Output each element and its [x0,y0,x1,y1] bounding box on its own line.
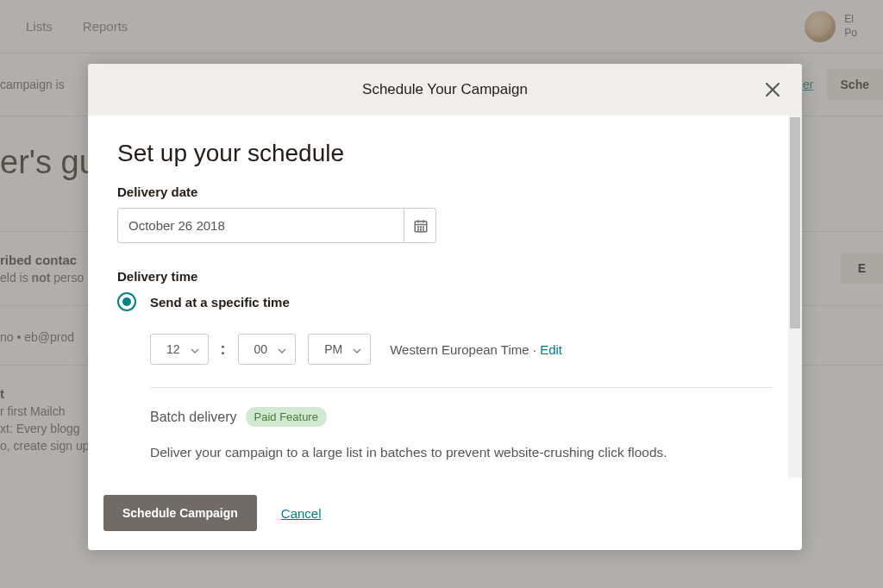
calendar-icon[interactable] [404,208,436,243]
delivery-date-label: Delivery date [117,185,773,199]
minute-select[interactable]: 00 [238,334,297,365]
svg-point-9 [417,229,418,230]
chevron-down-icon [353,342,361,356]
paid-feature-badge: Paid Feature [246,407,327,427]
hour-select[interactable]: 12 [150,334,209,365]
cancel-link[interactable]: Cancel [281,506,322,521]
modal-body: Set up your schedule Delivery date [88,116,802,478]
modal-footer: Schedule Campaign Cancel [88,478,802,550]
batch-delivery-label: Batch delivery [150,410,237,425]
specific-time-radio[interactable] [117,292,136,311]
scrollbar-thumb[interactable] [790,117,800,328]
svg-point-7 [420,227,421,228]
edit-timezone-link[interactable]: Edit [540,342,562,357]
specific-time-label: Send at a specific time [150,295,290,310]
svg-point-10 [420,229,421,230]
modal-scrollbar[interactable] [788,116,802,478]
svg-point-6 [417,227,418,228]
batch-delivery-description: Deliver your campaign to a large list in… [150,442,773,462]
divider [150,387,773,388]
modal-heading: Set up your schedule [117,140,773,167]
ampm-select[interactable]: PM [308,334,371,365]
schedule-campaign-button[interactable]: Schedule Campaign [103,495,257,531]
delivery-date-input[interactable] [117,208,436,243]
delivery-time-label: Delivery time [117,269,773,284]
time-colon: : [221,341,226,359]
svg-point-11 [423,229,423,230]
timezone-text: Western European Time · Edit [390,342,562,357]
time-selectors: 12 : 00 PM [150,334,773,365]
close-icon[interactable] [762,79,783,100]
chevron-down-icon [191,342,199,356]
chevron-down-icon [278,342,286,356]
modal-title: Schedule Your Campaign [362,81,528,98]
schedule-modal: Schedule Your Campaign Set up your sched… [88,64,802,550]
modal-header: Schedule Your Campaign [88,64,802,116]
svg-point-8 [423,227,423,228]
